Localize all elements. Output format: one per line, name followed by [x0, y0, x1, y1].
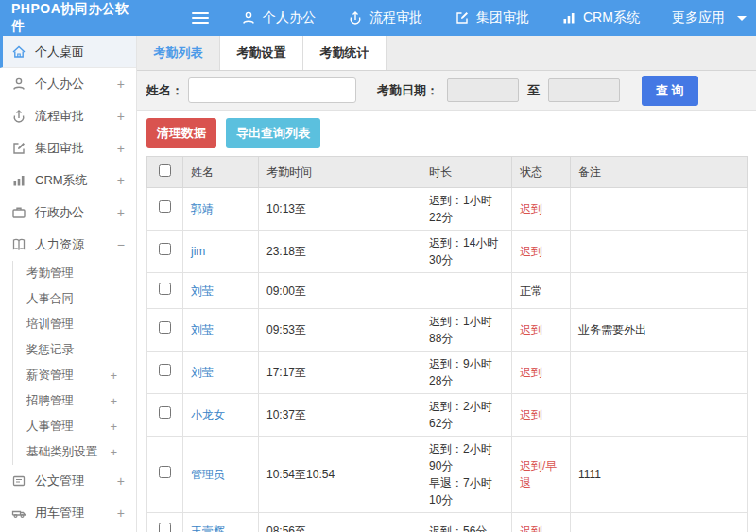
date-end-input[interactable] [548, 78, 620, 102]
row-checkbox[interactable] [159, 243, 171, 255]
table-row: 郭靖 10:13至 迟到：1小时22分 迟到 [147, 188, 748, 231]
expand-toggle[interactable]: + [110, 420, 117, 434]
sidebar-item-workflow-approval[interactable]: 流程审批 + [0, 100, 136, 132]
export-list-button[interactable]: 导出查询列表 [226, 118, 320, 148]
table-row: 王壹辉 08:56至 迟到：56分 迟到 [147, 513, 748, 532]
table-row: 刘莹 17:17至 迟到：9小时28分 迟到 [147, 352, 748, 394]
expand-toggle[interactable]: + [117, 473, 125, 489]
sidebar-subitem-label: 考勤管理 [26, 266, 74, 282]
duration-cell: 迟到：1小时88分 [421, 309, 512, 352]
expand-toggle[interactable]: + [110, 369, 117, 383]
clean-data-button[interactable]: 清理数据 [146, 118, 216, 148]
hamburger-menu-icon[interactable] [192, 9, 209, 26]
sidebar-subitem-label: 人事合同 [26, 291, 74, 307]
row-checkbox[interactable] [159, 406, 171, 419]
sidebar-subitem-personnel-management[interactable]: 人事管理 + [13, 414, 136, 439]
attendance-table: 姓名 考勤时间 时长 状态 备注 郭靖 10:13至 迟到：1小时22分 迟到 [146, 156, 748, 532]
sidebar-item-label: 个人办公 [35, 76, 84, 93]
sidebar-subitem-training-management[interactable]: 培训管理 [13, 312, 136, 337]
date-to-label: 至 [527, 82, 540, 99]
expand-toggle[interactable]: + [117, 77, 125, 92]
sidebar-item-label: 集团审批 [35, 140, 84, 157]
expand-toggle[interactable]: + [117, 205, 125, 220]
sidebar-item-admin-office[interactable]: 行政办公 + [0, 197, 136, 229]
row-checkbox[interactable] [159, 523, 171, 532]
expand-toggle[interactable]: + [110, 445, 117, 459]
user-icon [11, 77, 26, 92]
app-logo: PHPOA协同办公软件 [0, 1, 137, 35]
topnav-more-apps[interactable]: 更多应用 [672, 9, 747, 26]
top-navigation: 个人办公 流程审批 集团审批 CRM系统 更多应用 [241, 9, 747, 26]
sidebar-item-crm[interactable]: CRM系统 + [0, 164, 136, 197]
employee-name-link[interactable]: 王壹辉 [191, 524, 225, 532]
sidebar-subitem-salary-management[interactable]: 薪资管理 + [13, 363, 136, 388]
expand-toggle[interactable]: + [117, 506, 125, 521]
expand-toggle[interactable]: + [117, 173, 125, 188]
search-button[interactable]: 查 询 [642, 76, 698, 106]
status-text: 迟到 [512, 513, 571, 532]
topnav-label: 更多应用 [672, 9, 725, 26]
sidebar-subitem-base-category-settings[interactable]: 基础类别设置 + [13, 439, 136, 465]
sidebar-subitem-hr-contracts[interactable]: 人事合同 [13, 286, 136, 312]
sidebar: 个人桌面 个人办公 + 流程审批 + 集团审批 + CRM系统 + 行政办公 + [0, 36, 137, 532]
duration-cell: 迟到：56分 [421, 513, 512, 532]
table-row: 小龙女 10:37至 迟到：2小时62分 迟到 [147, 394, 748, 437]
tab-attendance-settings[interactable]: 考勤设置 [220, 36, 303, 70]
attendance-time: 08:56至 [259, 513, 421, 532]
sidebar-item-hr[interactable]: 人力资源 − [0, 229, 136, 261]
employee-name-link[interactable]: 刘莹 [191, 284, 214, 298]
briefcase-icon [11, 205, 26, 220]
attendance-time: 10:37至 [259, 394, 421, 437]
tab-attendance-statistics[interactable]: 考勤统计 [303, 36, 387, 70]
topnav-crm-system[interactable]: CRM系统 [561, 9, 640, 26]
row-checkbox[interactable] [159, 283, 171, 295]
expand-toggle[interactable]: + [110, 394, 117, 408]
action-bar: 清理数据 导出查询列表 [137, 111, 756, 156]
duration-cell: 迟到：14小时30分 [421, 231, 512, 273]
book-icon [11, 237, 26, 252]
note-cell: 业务需要外出 [571, 309, 748, 352]
topnav-group-approval[interactable]: 集团审批 [455, 9, 529, 26]
row-checkbox[interactable] [159, 321, 171, 334]
topnav-label: 集团审批 [476, 9, 529, 26]
sidebar-subitem-reward-punishment[interactable]: 奖惩记录 [13, 337, 136, 363]
row-checkbox[interactable] [159, 466, 171, 478]
duration-cell: 迟到：1小时22分 [421, 188, 512, 231]
duration-cell [421, 273, 512, 309]
employee-name-link[interactable]: 小龙女 [191, 408, 225, 421]
topnav-workflow-approval[interactable]: 流程审批 [348, 9, 422, 26]
document-icon [11, 473, 26, 489]
select-all-checkbox[interactable] [159, 164, 171, 177]
attendance-time: 10:54至10:54 [259, 437, 421, 513]
topnav-personal-office[interactable]: 个人办公 [241, 9, 316, 26]
employee-name-link[interactable]: 刘莹 [191, 323, 214, 336]
status-text: 正常 [512, 273, 571, 309]
sidebar-item-group-approval[interactable]: 集团审批 + [0, 132, 136, 164]
row-checkbox[interactable] [159, 200, 171, 213]
sidebar-item-personal-office[interactable]: 个人办公 + [0, 68, 136, 100]
sidebar-item-personal-desktop[interactable]: 个人桌面 [0, 36, 136, 68]
sidebar-item-vehicle-management[interactable]: 用车管理 + [0, 497, 136, 529]
status-text: 迟到/早退 [512, 437, 571, 513]
tab-attendance-list[interactable]: 考勤列表 [137, 36, 220, 70]
name-input[interactable] [188, 77, 356, 103]
note-cell [571, 513, 748, 532]
sidebar-subitem-label: 奖惩记录 [26, 342, 74, 358]
row-checkbox[interactable] [159, 364, 171, 376]
col-header-time: 考勤时间 [259, 157, 421, 188]
employee-name-link[interactable]: 刘莹 [191, 366, 214, 379]
date-start-input[interactable] [447, 78, 519, 102]
collapse-toggle[interactable]: − [117, 237, 125, 252]
employee-name-link[interactable]: jim [191, 245, 205, 258]
process-icon [348, 10, 363, 26]
employee-name-link[interactable]: 管理员 [191, 468, 225, 481]
expand-toggle[interactable]: + [117, 141, 125, 156]
edit-icon [455, 10, 470, 26]
sidebar-item-label: 公文管理 [35, 472, 84, 489]
sidebar-subitem-recruitment-management[interactable]: 招聘管理 + [13, 388, 136, 414]
sidebar-item-document-management[interactable]: 公文管理 + [0, 465, 136, 497]
sidebar-subitem-attendance-management[interactable]: 考勤管理 [13, 261, 136, 286]
expand-toggle[interactable]: + [117, 109, 125, 124]
sidebar-item-label: 人力资源 [35, 236, 84, 253]
employee-name-link[interactable]: 郭靖 [191, 202, 214, 215]
